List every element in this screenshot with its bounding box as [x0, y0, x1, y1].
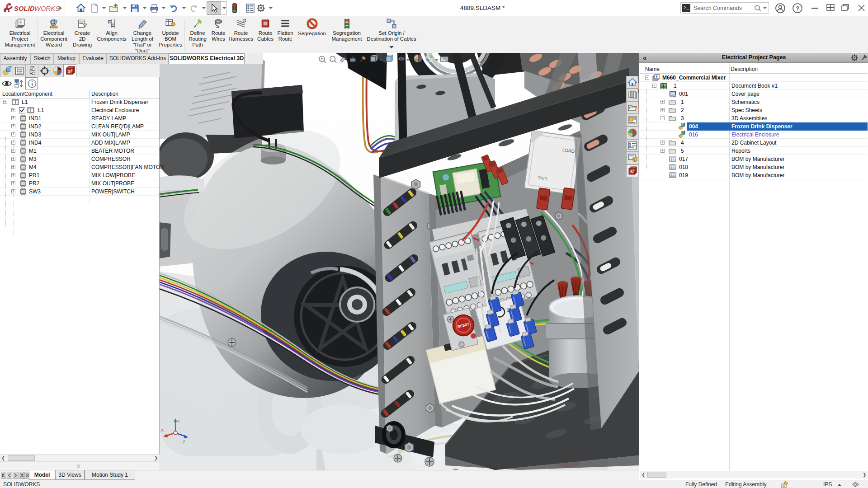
svg-text:Y: Y — [177, 419, 180, 424]
svg-text:SOLID: SOLID — [14, 5, 35, 12]
svg-text:?: ? — [796, 5, 799, 12]
svg-text:WORKS: WORKS — [34, 5, 60, 12]
svg-text:X: X — [161, 428, 164, 432]
svg-text:S: S — [630, 169, 633, 174]
svg-text:Z: Z — [183, 440, 185, 444]
svg-text:S: S — [68, 69, 71, 74]
